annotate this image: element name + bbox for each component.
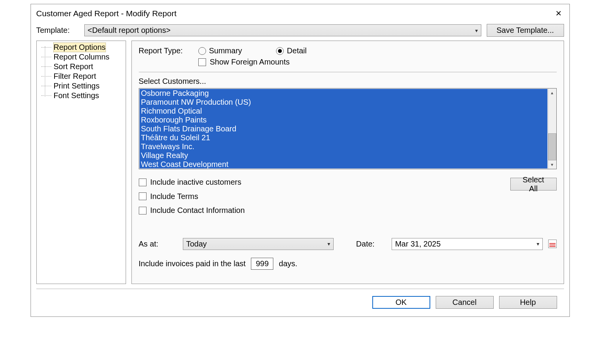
help-button[interactable]: Help <box>499 296 557 309</box>
foreign-amounts-label: Show Foreign Amounts <box>210 58 290 66</box>
list-item[interactable]: Théâtre du Soleil 21 <box>141 133 546 142</box>
tree-item-print-settings[interactable]: Print Settings <box>38 81 125 91</box>
tree-item-sort-report[interactable]: Sort Report <box>38 62 125 71</box>
template-label: Template: <box>36 26 79 35</box>
close-icon[interactable]: × <box>553 7 564 19</box>
list-item[interactable]: Travelways Inc. <box>141 142 546 151</box>
ok-button[interactable]: OK <box>372 296 430 309</box>
date-dropdown[interactable]: Mar 31, 2025 ▾ <box>392 238 543 250</box>
list-item[interactable]: West Coast Development <box>141 160 546 169</box>
tree-item-report-columns[interactable]: Report Columns <box>38 52 125 62</box>
dialog-window: Customer Aged Report - Modify Report × T… <box>31 4 570 317</box>
scroll-down-icon[interactable]: ▾ <box>548 160 556 169</box>
titlebar: Customer Aged Report - Modify Report × <box>31 4 569 23</box>
chevron-down-icon: ▾ <box>537 241 539 247</box>
sidebar-tree: Report Options Report Columns Sort Repor… <box>36 41 126 284</box>
list-item[interactable]: Richmond Optical <box>141 107 546 116</box>
list-item[interactable]: Village Realty <box>141 151 546 160</box>
template-row: Template: <Default report options> ▾ Sav… <box>31 23 569 41</box>
list-item[interactable]: Paramount NW Production (US) <box>141 98 546 107</box>
select-customers-label: Select Customers... <box>139 77 557 86</box>
tree-item-font-settings[interactable]: Font Settings <box>38 91 125 100</box>
list-item[interactable]: South Flats Drainage Board <box>141 124 546 133</box>
invoices-prefix-label: Include invoices paid in the last <box>139 259 246 268</box>
footer: OK Cancel Help <box>36 289 564 316</box>
chevron-down-icon: ▾ <box>327 241 330 247</box>
asat-dropdown[interactable]: Today ▾ <box>183 238 334 250</box>
chevron-down-icon: ▾ <box>475 27 478 34</box>
scroll-up-icon[interactable]: ▴ <box>548 88 556 97</box>
calendar-icon[interactable] <box>548 240 557 248</box>
tree-item-report-options[interactable]: Report Options <box>38 43 125 52</box>
cancel-button[interactable]: Cancel <box>436 296 494 309</box>
save-template-button[interactable]: Save Template... <box>487 24 564 37</box>
tree-item-filter-report[interactable]: Filter Report <box>38 71 125 81</box>
customers-listbox[interactable]: Osborne Packaging Paramount NW Productio… <box>139 88 557 169</box>
select-all-button[interactable]: Select All <box>510 178 557 191</box>
main-panel: Report Type: Summary Detail Show Foreign… <box>131 41 564 284</box>
date-value: Mar 31, 2025 <box>395 240 441 248</box>
window-title: Customer Aged Report - Modify Report <box>36 9 177 18</box>
template-dropdown[interactable]: <Default report options> ▾ <box>84 24 481 36</box>
report-type-label: Report Type: <box>139 46 193 55</box>
radio-summary[interactable]: Summary <box>198 46 242 55</box>
radio-detail-label: Detail <box>287 46 307 55</box>
invoices-suffix-label: days. <box>279 259 297 268</box>
checkbox-include-contact[interactable]: Include Contact Information <box>139 206 245 215</box>
inactive-customers-label: Include inactive customers <box>150 178 242 187</box>
body-row: Report Options Report Columns Sort Repor… <box>31 41 569 289</box>
radio-summary-label: Summary <box>209 46 242 55</box>
scroll-thumb[interactable] <box>548 133 556 160</box>
checkbox-foreign-amounts[interactable]: Show Foreign Amounts <box>198 58 290 66</box>
template-value: <Default report options> <box>88 26 171 35</box>
include-terms-label: Include Terms <box>150 192 198 201</box>
list-item[interactable]: Osborne Packaging <box>141 89 546 98</box>
checkbox-include-terms[interactable]: Include Terms <box>139 192 198 201</box>
invoices-days-input[interactable] <box>251 258 273 270</box>
asat-label: As at: <box>139 240 177 248</box>
include-contact-label: Include Contact Information <box>150 206 245 215</box>
date-label: Date: <box>356 240 375 248</box>
list-item[interactable]: Roxborough Paints <box>141 116 546 124</box>
checkbox-inactive-customers[interactable]: Include inactive customers <box>139 178 242 187</box>
scrollbar[interactable]: ▴ ▾ <box>548 88 556 169</box>
radio-detail[interactable]: Detail <box>276 46 307 55</box>
asat-value: Today <box>186 240 207 248</box>
